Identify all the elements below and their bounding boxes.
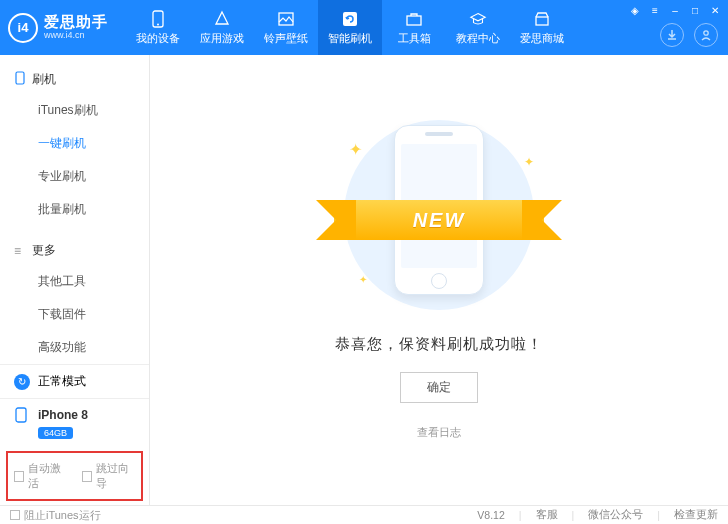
ribbon-text: NEW <box>334 200 544 240</box>
tab-apps[interactable]: 应用游戏 <box>190 0 254 55</box>
tab-label: 铃声壁纸 <box>264 31 308 46</box>
success-illustration: ✦ ✦ ✦ NEW <box>329 115 549 315</box>
minimize-icon[interactable]: – <box>668 3 682 17</box>
checkbox-label: 跳过向导 <box>96 461 135 491</box>
sidebar-item-advanced[interactable]: 高级功能 <box>0 331 149 364</box>
tab-toolbox[interactable]: 工具箱 <box>382 0 446 55</box>
titlebar-right <box>660 23 718 47</box>
menu-icon[interactable]: ≡ <box>648 3 662 17</box>
tab-label: 智能刷机 <box>328 31 372 46</box>
apps-icon <box>213 10 231 28</box>
statusbar: 阻止iTunes运行 V8.12| 客服| 微信公众号| 检查更新 <box>0 505 728 524</box>
sidebar-item-other-tools[interactable]: 其他工具 <box>0 265 149 298</box>
view-log-link[interactable]: 查看日志 <box>417 425 461 440</box>
svg-rect-3 <box>343 12 357 26</box>
sparkle-icon: ✦ <box>359 274 367 285</box>
svg-point-6 <box>704 31 708 35</box>
brand-name: 爱思助手 <box>44 14 108 31</box>
titlebar: i4 爱思助手 www.i4.cn 我的设备 应用游戏 铃声壁纸 智能刷机 工具… <box>0 0 728 55</box>
sparkle-icon: ✦ <box>349 140 362 159</box>
skin-icon[interactable]: ◈ <box>628 3 642 17</box>
store-icon <box>533 10 551 28</box>
user-icon[interactable] <box>694 23 718 47</box>
svg-rect-8 <box>16 408 26 422</box>
tab-tutorials[interactable]: 教程中心 <box>446 0 510 55</box>
phone-small-icon <box>14 71 26 88</box>
svg-rect-7 <box>16 72 24 84</box>
success-message: 恭喜您，保资料刷机成功啦！ <box>335 335 543 354</box>
tab-my-device[interactable]: 我的设备 <box>126 0 190 55</box>
sidebar-item-oneclick-flash[interactable]: 一键刷机 <box>0 127 149 160</box>
tab-label: 工具箱 <box>398 31 431 46</box>
phone-icon <box>149 10 167 28</box>
tab-label: 爱思商城 <box>520 31 564 46</box>
tab-store[interactable]: 爱思商城 <box>510 0 574 55</box>
storage-badge: 64GB <box>38 427 73 439</box>
svg-rect-5 <box>536 17 548 25</box>
refresh-icon <box>341 10 359 28</box>
tab-label: 教程中心 <box>456 31 500 46</box>
sidebar-item-download-fw[interactable]: 下载固件 <box>0 298 149 331</box>
maximize-icon[interactable]: □ <box>688 3 702 17</box>
sidebar-item-itunes-flash[interactable]: iTunes刷机 <box>0 94 149 127</box>
toolbox-icon <box>405 10 423 28</box>
checkbox-label: 自动激活 <box>28 461 67 491</box>
close-icon[interactable]: ✕ <box>708 3 722 17</box>
tab-flash[interactable]: 智能刷机 <box>318 0 382 55</box>
logo-badge: i4 <box>8 13 38 43</box>
sidebar-head-flash: 刷机 <box>0 65 149 94</box>
ok-button[interactable]: 确定 <box>400 372 478 403</box>
wechat-link[interactable]: 微信公众号 <box>588 508 643 522</box>
sidebar: 刷机 iTunes刷机 一键刷机 专业刷机 批量刷机 ≡更多 其他工具 下载固件… <box>0 55 150 505</box>
version-label: V8.12 <box>477 509 504 521</box>
graduation-icon <box>469 10 487 28</box>
sidebar-item-batch-flash[interactable]: 批量刷机 <box>0 193 149 226</box>
svg-point-1 <box>157 23 159 25</box>
menu-small-icon: ≡ <box>14 244 26 258</box>
sparkle-icon: ✦ <box>524 155 534 169</box>
tab-ringtones[interactable]: 铃声壁纸 <box>254 0 318 55</box>
checkbox-skip-guide[interactable]: 跳过向导 <box>82 461 136 491</box>
device-mode[interactable]: ↻ 正常模式 <box>0 364 149 398</box>
device-phone-icon <box>14 407 30 423</box>
tab-label: 我的设备 <box>136 31 180 46</box>
tab-label: 应用游戏 <box>200 31 244 46</box>
svg-rect-4 <box>407 16 421 25</box>
sidebar-head-label: 刷机 <box>32 71 56 88</box>
mode-icon: ↻ <box>14 374 30 390</box>
checkbox-auto-activate[interactable]: 自动激活 <box>14 461 68 491</box>
mode-label: 正常模式 <box>38 373 86 390</box>
sidebar-head-label: 更多 <box>32 242 56 259</box>
checkbox-icon <box>14 471 24 482</box>
image-icon <box>277 10 295 28</box>
checkbox-icon <box>10 510 20 520</box>
checkbox-block-itunes[interactable]: 阻止iTunes运行 <box>10 508 101 523</box>
device-info[interactable]: iPhone 8 64GB <box>0 398 149 447</box>
brand-url: www.i4.cn <box>44 31 108 41</box>
main-tabs: 我的设备 应用游戏 铃声壁纸 智能刷机 工具箱 教程中心 爱思商城 <box>126 0 574 55</box>
device-name: iPhone 8 <box>38 408 88 422</box>
support-link[interactable]: 客服 <box>536 508 558 522</box>
main-content: ✦ ✦ ✦ NEW 恭喜您，保资料刷机成功啦！ 确定 查看日志 <box>150 55 728 505</box>
options-box: 自动激活 跳过向导 <box>6 451 143 501</box>
checkbox-icon <box>82 471 92 482</box>
window-controls: ◈ ≡ – □ ✕ <box>628 3 722 17</box>
app-logo: i4 爱思助手 www.i4.cn <box>8 13 108 43</box>
checkbox-label: 阻止iTunes运行 <box>24 508 101 523</box>
sidebar-item-pro-flash[interactable]: 专业刷机 <box>0 160 149 193</box>
download-icon[interactable] <box>660 23 684 47</box>
sidebar-head-more: ≡更多 <box>0 236 149 265</box>
update-link[interactable]: 检查更新 <box>674 508 718 522</box>
